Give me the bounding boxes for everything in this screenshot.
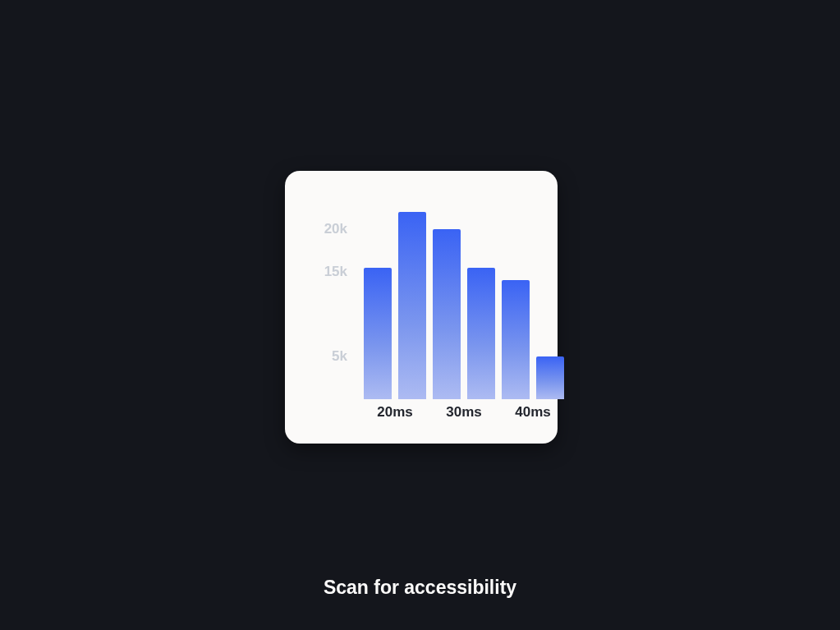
y-tick-label: 5k [332, 348, 347, 365]
scan-accessibility-label: Scan for accessibility [0, 577, 840, 599]
bar [364, 268, 392, 399]
x-tick-label: 40ms [515, 404, 550, 421]
x-axis: 20ms30ms40ms [364, 401, 528, 421]
bar [467, 268, 495, 399]
chart-card: 20k15k5k 20ms30ms40ms [285, 171, 558, 444]
y-tick-label: 20k [324, 221, 347, 237]
x-tick-label: 30ms [446, 404, 481, 421]
bar [398, 212, 426, 399]
bar [536, 356, 564, 399]
chart-body: 20k15k5k 20ms30ms40ms [308, 197, 535, 421]
x-tick-label: 20ms [377, 404, 412, 421]
y-tick-label: 15k [324, 264, 347, 280]
plot-area [364, 204, 528, 399]
bar [433, 229, 461, 399]
bar [502, 280, 530, 399]
y-axis: 20k15k5k [308, 204, 357, 399]
